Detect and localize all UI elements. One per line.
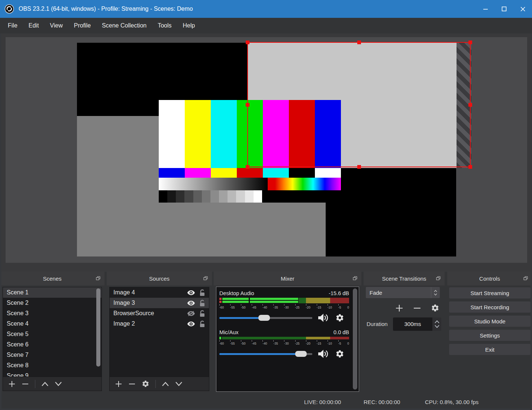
- scene-row[interactable]: Scene 9: [3, 371, 101, 377]
- menu-scene-collection[interactable]: Scene Collection: [96, 18, 152, 33]
- move-scene-up-button[interactable]: [41, 381, 49, 387]
- lock-open-icon[interactable]: [199, 289, 205, 296]
- studio-mode-button[interactable]: Studio Mode: [449, 316, 531, 327]
- settings-button[interactable]: Settings: [449, 330, 531, 341]
- preview-canvas[interactable]: [6, 37, 527, 263]
- selection-handle-tm[interactable]: [357, 41, 361, 44]
- source-row[interactable]: Image 2: [110, 319, 209, 329]
- mic-volume-handle[interactable]: [295, 351, 307, 357]
- exit-button[interactable]: Exit: [449, 344, 531, 355]
- scenes-scrollbar[interactable]: [96, 288, 100, 367]
- move-scene-down-button[interactable]: [55, 381, 62, 387]
- move-source-up-button[interactable]: [162, 381, 169, 387]
- move-source-down-button[interactable]: [175, 381, 183, 387]
- scene-row[interactable]: Scene 4: [3, 319, 101, 329]
- dock-area: Scenes Scene 1 Scene 2 Scene 3 Scene 4 S…: [0, 272, 532, 394]
- mixer-scrollbar[interactable]: [353, 288, 357, 390]
- scene-label: Scene 9: [7, 372, 29, 377]
- source-properties-gear-icon[interactable]: [142, 380, 149, 388]
- source-label: Image 4: [113, 289, 135, 296]
- selection-box[interactable]: [247, 42, 471, 167]
- menu-tools[interactable]: Tools: [152, 18, 177, 33]
- remove-transition-button[interactable]: [413, 304, 421, 312]
- mic-speaker-icon[interactable]: [317, 349, 329, 359]
- remove-scene-button[interactable]: [22, 380, 29, 388]
- tick-label: -20: [306, 342, 310, 345]
- menu-profile[interactable]: Profile: [68, 18, 96, 33]
- test-pattern-steps: [159, 190, 341, 203]
- sources-rows: Image 4 Image 3 Brow: [110, 287, 209, 377]
- source-rect-black-bottom[interactable]: [326, 168, 456, 256]
- visibility-eye-off-icon[interactable]: [187, 311, 195, 316]
- duration-spin-buttons[interactable]: [432, 317, 441, 331]
- tick-label: 0: [347, 342, 349, 345]
- mixer-dock-icon[interactable]: [353, 276, 357, 281]
- tick-label: -60: [219, 306, 224, 309]
- scene-label: Scene 7: [7, 352, 29, 358]
- selection-handle-bm[interactable]: [357, 165, 361, 169]
- add-source-button[interactable]: [115, 380, 122, 388]
- selection-handle-tl[interactable]: [246, 41, 249, 44]
- source-row[interactable]: Image 3: [110, 298, 209, 308]
- scene-row[interactable]: Scene 7: [3, 350, 101, 360]
- duration-spinbox[interactable]: 300ms: [393, 317, 441, 331]
- visibility-eye-icon[interactable]: [187, 300, 195, 306]
- mic-volume-slider[interactable]: [219, 353, 312, 355]
- tick-label: -55: [230, 342, 235, 345]
- selection-handle-ml[interactable]: [246, 103, 249, 107]
- selection-handle-br[interactable]: [468, 165, 472, 169]
- scene-row[interactable]: Scene 1: [3, 287, 101, 298]
- desktop-audio-meter: [219, 298, 349, 303]
- test-pattern-gradients: [159, 178, 341, 190]
- close-button[interactable]: [513, 0, 532, 18]
- menu-bar: File Edit View Profile Scene Collection …: [0, 18, 532, 33]
- scene-row[interactable]: Scene 3: [3, 308, 101, 319]
- add-transition-button[interactable]: [395, 304, 403, 312]
- lock-open-icon[interactable]: [199, 300, 205, 307]
- visibility-eye-icon[interactable]: [187, 321, 195, 327]
- window-edge-right: [531, 33, 532, 410]
- selection-handle-bl[interactable]: [246, 165, 249, 169]
- scene-row[interactable]: Scene 6: [3, 339, 101, 350]
- transition-select[interactable]: Fade: [366, 287, 440, 298]
- desktop-volume-handle[interactable]: [258, 315, 270, 321]
- tick-label: -15: [317, 306, 321, 309]
- sources-dock-icon[interactable]: [203, 276, 208, 281]
- minimize-button[interactable]: [476, 0, 495, 18]
- menu-file[interactable]: File: [2, 18, 23, 33]
- lock-open-icon[interactable]: [199, 320, 205, 327]
- menu-edit[interactable]: Edit: [23, 18, 45, 33]
- scenes-dock-icon[interactable]: [96, 276, 100, 281]
- start-recording-button[interactable]: Start Recording: [449, 301, 531, 313]
- mic-aux-label: Mic/Aux: [219, 329, 239, 335]
- add-scene-button[interactable]: [8, 380, 16, 388]
- source-row[interactable]: BrowserSource: [110, 308, 209, 319]
- scene-label: Scene 8: [7, 362, 29, 369]
- desktop-volume-slider[interactable]: [219, 317, 312, 319]
- transition-properties-gear-icon[interactable]: [431, 304, 439, 312]
- transition-select-spinner[interactable]: [431, 287, 440, 298]
- desktop-speaker-icon[interactable]: [317, 313, 329, 323]
- visibility-eye-icon[interactable]: [187, 290, 195, 296]
- remove-source-button[interactable]: [128, 380, 136, 388]
- start-streaming-button[interactable]: Start Streaming: [449, 287, 531, 298]
- maximize-button[interactable]: [495, 0, 513, 18]
- controls-dock-icon[interactable]: [523, 276, 528, 281]
- scene-row[interactable]: Scene 8: [3, 360, 101, 371]
- sources-title: Sources: [149, 275, 170, 282]
- tick-label: -60: [219, 342, 224, 345]
- mic-mixer-gear-icon[interactable]: [335, 349, 344, 358]
- transitions-dock-icon[interactable]: [436, 276, 441, 281]
- scene-row[interactable]: Scene 2: [3, 298, 101, 308]
- lock-open-icon[interactable]: [199, 310, 205, 317]
- tick-label: -10: [328, 306, 332, 309]
- scene-row[interactable]: Scene 5: [3, 329, 101, 339]
- menu-view[interactable]: View: [44, 18, 68, 33]
- desktop-mixer-gear-icon[interactable]: [335, 313, 344, 322]
- selection-handle-mr[interactable]: [468, 103, 472, 107]
- menu-help[interactable]: Help: [177, 18, 201, 33]
- source-row[interactable]: Image 4: [110, 287, 209, 298]
- duration-value[interactable]: 300ms: [393, 317, 432, 331]
- mixer-header: Mixer: [214, 272, 361, 285]
- selection-handle-tr[interactable]: [468, 41, 472, 44]
